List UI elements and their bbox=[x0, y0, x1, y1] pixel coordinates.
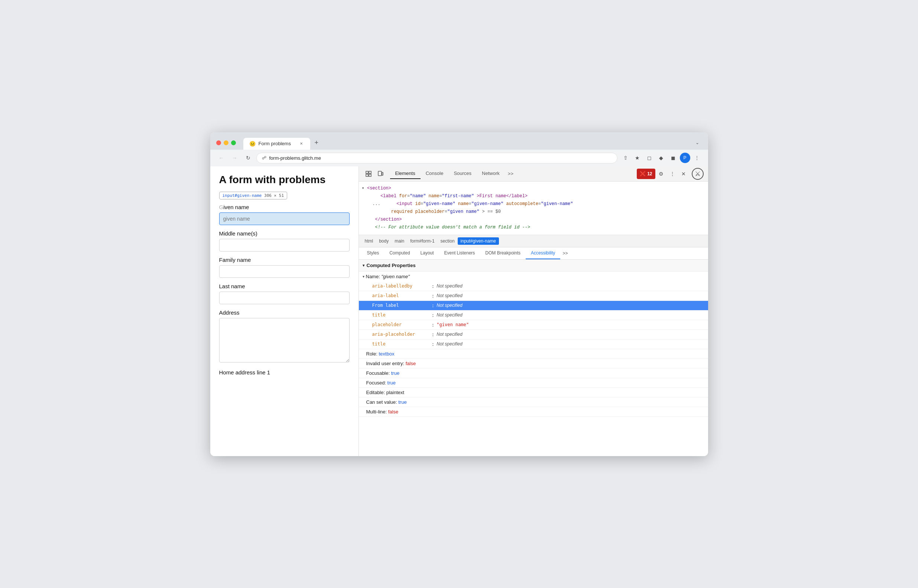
aria-placeholder-val: Not specified bbox=[436, 332, 462, 337]
title-bar: 😐 Form problems ✕ + ⌄ bbox=[210, 132, 708, 150]
page-title: A form with problems bbox=[219, 174, 349, 186]
sub-tabs: Styles Computed Layout Event Listeners D… bbox=[359, 247, 708, 260]
from-label-key: From label bbox=[372, 303, 432, 308]
extension-button[interactable]: ◻ bbox=[644, 153, 655, 163]
tab-event-listeners[interactable]: Event Listeners bbox=[439, 247, 480, 259]
nav-bar: ← → ↻ ☍ form-problems.glitch.me ⇧ ★ ◻ ◆ … bbox=[210, 150, 708, 166]
given-name-label: Given name bbox=[219, 204, 349, 210]
accessibility-panel: ▾ Computed Properties ▾ Name: "given nam… bbox=[359, 260, 708, 456]
breadcrumb-html[interactable]: html bbox=[362, 237, 377, 245]
aria-label-val: Not specified bbox=[436, 293, 462, 298]
breadcrumb-body[interactable]: body bbox=[376, 237, 391, 245]
reload-button[interactable]: ↻ bbox=[243, 153, 254, 163]
last-name-input[interactable] bbox=[219, 292, 349, 304]
dom-line-label: <label for="name" name="first-name" >Fir… bbox=[359, 192, 708, 200]
lock-icon: ☍ bbox=[262, 155, 267, 160]
can-set-label: Can set value: bbox=[366, 399, 397, 405]
focused-row: Focused: true bbox=[359, 378, 708, 388]
tab-network[interactable]: Network bbox=[477, 168, 505, 179]
inspect-element-button[interactable] bbox=[363, 169, 374, 179]
accessibility-name-row: ▾ Name: "given name" bbox=[359, 271, 708, 281]
tab-bar: 😐 Form problems ✕ + bbox=[243, 136, 688, 150]
tab-styles[interactable]: Styles bbox=[362, 247, 385, 259]
given-name-input[interactable] bbox=[219, 212, 349, 225]
aria-placeholder-key: aria-placeholder bbox=[372, 332, 432, 337]
invalid-val: false bbox=[406, 361, 416, 366]
webpage-panel: A form with problems input#given-name 30… bbox=[210, 166, 359, 456]
forward-button[interactable]: → bbox=[230, 153, 240, 163]
devtools-button[interactable]: ◆ bbox=[656, 153, 666, 163]
input-tooltip: input#given-name 306 × 51 bbox=[219, 192, 349, 201]
sub-tabs-more[interactable]: >> bbox=[560, 248, 570, 259]
devtools-right-icons: ❌ 12 ⚙ ⋮ ✕ bbox=[637, 169, 688, 179]
dom-viewer: ▾ <section> <label for="name" name="firs… bbox=[359, 182, 708, 235]
computed-properties-header[interactable]: ▾ Computed Properties bbox=[359, 260, 708, 271]
share-button[interactable]: ⇧ bbox=[621, 153, 631, 163]
dom-line-comment: <!-- For attribute value doesn't match a… bbox=[359, 224, 708, 231]
browser-window: 😐 Form problems ✕ + ⌄ ← → ↻ ☍ form-probl… bbox=[210, 132, 708, 456]
tab-dom-breakpoints[interactable]: DOM Breakpoints bbox=[480, 247, 526, 259]
breadcrumb: html body main form#form-1 section input… bbox=[359, 235, 708, 247]
active-tab[interactable]: 😐 Form problems ✕ bbox=[243, 138, 310, 150]
role-row: Role: textbox bbox=[359, 349, 708, 359]
dom-line-input-2: required placeholder="given name" > == $… bbox=[359, 208, 708, 216]
error-badge: ❌ 12 bbox=[637, 169, 655, 179]
middle-name-input[interactable] bbox=[219, 239, 349, 252]
can-set-value-row: Can set value: true bbox=[359, 397, 708, 407]
tab-dropdown[interactable]: ⌄ bbox=[692, 137, 702, 148]
sidebar-button[interactable]: ◼ bbox=[668, 153, 678, 163]
placeholder-row: placeholder : "given name" bbox=[359, 320, 708, 330]
from-label-val: Not specified bbox=[436, 303, 462, 308]
devtools-more-tabs[interactable]: >> bbox=[505, 169, 516, 179]
role-val: textbox bbox=[378, 351, 394, 357]
devtools-settings-button[interactable]: ⚙ bbox=[656, 169, 666, 179]
family-name-label: Family name bbox=[219, 257, 349, 263]
family-name-input[interactable] bbox=[219, 265, 349, 278]
tab-favicon: 😐 bbox=[249, 141, 255, 147]
tab-sources[interactable]: Sources bbox=[448, 168, 477, 179]
editable-label: Editable: bbox=[366, 390, 385, 395]
device-toolbar-button[interactable] bbox=[375, 169, 386, 179]
tab-layout[interactable]: Layout bbox=[415, 247, 439, 259]
devtools-more-button[interactable]: ⋮ bbox=[667, 169, 678, 179]
invalid-label: Invalid user entry: bbox=[366, 361, 404, 366]
profile-button[interactable]: P bbox=[680, 153, 690, 163]
multiline-label: Multi-line: bbox=[366, 409, 387, 415]
multiline-row: Multi-line: false bbox=[359, 407, 708, 417]
address-input[interactable] bbox=[219, 318, 349, 362]
tab-elements[interactable]: Elements bbox=[390, 168, 420, 179]
content-area: A form with problems input#given-name 30… bbox=[210, 166, 708, 456]
error-count: 12 bbox=[647, 171, 652, 176]
from-label-row: From label : Not specified bbox=[359, 301, 708, 310]
devtools-close-button[interactable]: ✕ bbox=[678, 169, 689, 179]
editable-val: plaintext bbox=[386, 390, 404, 395]
invalid-row: Invalid user entry: false bbox=[359, 359, 708, 368]
maximize-traffic-light[interactable] bbox=[231, 141, 236, 145]
dom-line-section-close: </section> bbox=[359, 216, 708, 224]
accessibility-icon: ⚔ bbox=[692, 168, 704, 180]
minimize-traffic-light[interactable] bbox=[224, 141, 228, 145]
bookmark-button[interactable]: ★ bbox=[632, 153, 643, 163]
breadcrumb-input[interactable]: input#given-name bbox=[458, 237, 499, 245]
tab-accessibility[interactable]: Accessibility bbox=[526, 247, 560, 259]
new-tab-button[interactable]: + bbox=[310, 136, 323, 150]
error-icon: ❌ bbox=[640, 171, 646, 176]
tab-console[interactable]: Console bbox=[420, 168, 449, 179]
breadcrumb-main[interactable]: main bbox=[391, 237, 407, 245]
breadcrumb-section[interactable]: section bbox=[438, 237, 458, 245]
focused-label: Focused: bbox=[366, 380, 386, 386]
address-bar[interactable]: ☍ form-problems.glitch.me bbox=[256, 153, 617, 163]
breadcrumb-form[interactable]: form#form-1 bbox=[407, 237, 437, 245]
svg-rect-1 bbox=[369, 171, 371, 173]
close-traffic-light[interactable] bbox=[216, 141, 221, 145]
address-label: Address bbox=[219, 309, 349, 316]
back-button[interactable]: ← bbox=[216, 153, 226, 163]
svg-rect-3 bbox=[369, 174, 371, 176]
devtools-tabs: Elements Console Sources Network >> bbox=[387, 168, 636, 179]
home-address-label: Home address line 1 bbox=[219, 369, 349, 376]
tab-close-button[interactable]: ✕ bbox=[298, 141, 304, 147]
title2-key: title bbox=[372, 341, 432, 347]
menu-button[interactable]: ⋮ bbox=[692, 153, 702, 163]
name-expand-arrow[interactable]: ▾ bbox=[363, 275, 364, 279]
tab-computed[interactable]: Computed bbox=[384, 247, 415, 259]
